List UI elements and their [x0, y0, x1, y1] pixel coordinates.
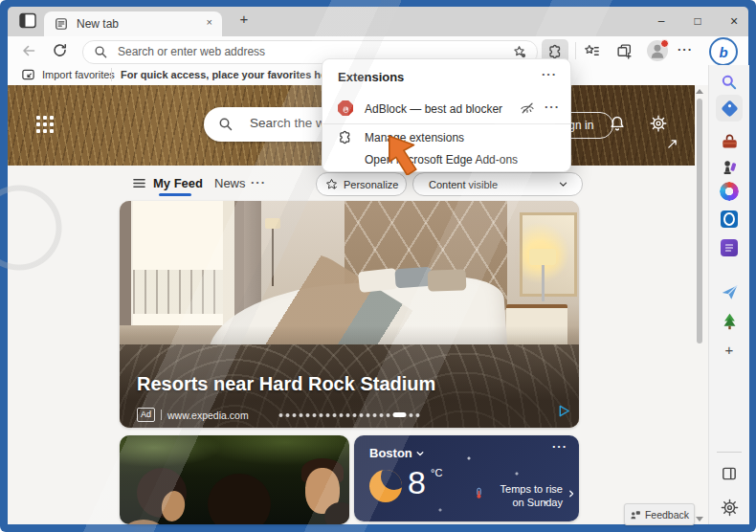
- hero-card-title: Resorts near Hard Rock Stadium: [137, 373, 435, 395]
- carousel-dot[interactable]: [346, 413, 350, 417]
- apps-grid-icon[interactable]: [36, 116, 54, 133]
- adchoices-icon[interactable]: [557, 404, 571, 418]
- thermometer-icon: [473, 487, 485, 499]
- carousel-dot[interactable]: [367, 413, 370, 417]
- favorites-hint: For quick access, place your favorites h…: [121, 69, 323, 80]
- carousel-dot[interactable]: [320, 413, 323, 417]
- new-tab-button[interactable]: +: [234, 11, 254, 32]
- feed-more-icon[interactable]: ···: [251, 175, 266, 189]
- carousel-dot[interactable]: [286, 413, 290, 417]
- settings-more-icon[interactable]: ···: [678, 42, 693, 56]
- profile-avatar[interactable]: [647, 40, 668, 61]
- feedback-label: Feedback: [645, 509, 689, 521]
- manage-extensions-row[interactable]: Manage extensions: [322, 126, 570, 149]
- personalize-button[interactable]: Personalize: [316, 172, 407, 196]
- carousel-dot[interactable]: [340, 413, 344, 417]
- close-button[interactable]: ×: [720, 9, 748, 33]
- feedback-button[interactable]: Feedback: [624, 503, 695, 525]
- carousel-dot[interactable]: [306, 413, 310, 417]
- chevron-down-icon: [558, 179, 568, 189]
- hero-card[interactable]: Resorts near Hard Rock Stadium Ad www.ex…: [120, 201, 579, 428]
- sidebar-toolbox-icon[interactable]: [720, 132, 739, 151]
- adblock-icon: [338, 100, 353, 116]
- content-visible-label: Content visible: [429, 179, 498, 190]
- carousel-dot[interactable]: [373, 413, 377, 417]
- weather-location-chevron-icon[interactable]: [415, 449, 425, 458]
- sidebar-settings-gear-icon[interactable]: [720, 498, 739, 517]
- weather-card[interactable]: Boston ··· 8 °C Temps to rise on Sunday: [354, 435, 579, 521]
- carousel-dot[interactable]: [333, 413, 337, 417]
- weather-unit: °C: [431, 467, 442, 478]
- tab-news[interactable]: News: [214, 176, 246, 190]
- tab-new-tab[interactable]: New tab ×: [44, 11, 222, 36]
- moon-icon: [369, 470, 402, 502]
- carousel-dot[interactable]: [380, 413, 384, 417]
- maximize-button[interactable]: □: [683, 9, 712, 33]
- news-card-soccer[interactable]: [120, 435, 349, 524]
- back-icon[interactable]: [21, 43, 36, 58]
- adblock-row[interactable]: AdBlock — best ad blocker ···: [322, 96, 570, 122]
- weather-more-icon[interactable]: ···: [552, 439, 567, 454]
- carousel-dot[interactable]: [410, 413, 413, 417]
- carousel-dot[interactable]: [416, 413, 420, 417]
- carousel-dot[interactable]: [279, 413, 283, 417]
- adblock-more-icon[interactable]: ···: [545, 100, 560, 114]
- sidebar-divider: [717, 452, 742, 453]
- tab-close-button[interactable]: ×: [207, 16, 212, 28]
- scrollbar-thumb[interactable]: [697, 99, 702, 344]
- feed-menu-icon[interactable]: [132, 176, 146, 190]
- favorites-hub-icon[interactable]: [584, 43, 600, 59]
- minimize-button[interactable]: –: [647, 9, 676, 33]
- profile-notification-dot: [660, 39, 669, 48]
- carousel-dot[interactable]: [353, 413, 357, 417]
- bing-chat-button[interactable]: b: [709, 37, 738, 66]
- weather-location[interactable]: Boston: [369, 446, 412, 460]
- carousel-dot-active[interactable]: [393, 412, 407, 417]
- weather-forecast: Temps to rise on Sunday: [488, 482, 563, 510]
- carousel-dot[interactable]: [387, 413, 390, 417]
- favbar-divider: [111, 68, 112, 81]
- carousel-dots: [279, 412, 420, 417]
- web-search-icon: [218, 117, 233, 132]
- sidebar-microsoft-365-icon[interactable]: [720, 182, 739, 201]
- open-addons-row[interactable]: Open Microsoft Edge Add-ons: [322, 149, 570, 169]
- sidebar-outlook-icon[interactable]: [721, 211, 738, 228]
- expand-banner-icon[interactable]: [666, 138, 678, 150]
- page-settings-gear-icon[interactable]: [650, 115, 667, 132]
- highlight-cursor-arrow-icon: [385, 135, 423, 175]
- tab-my-feed[interactable]: My Feed: [153, 176, 203, 190]
- refresh-icon[interactable]: [52, 42, 68, 58]
- sidebar-split-screen-icon[interactable]: [720, 464, 739, 483]
- sidebar-shopping-icon[interactable]: [721, 100, 738, 117]
- sidebar-tree-icon[interactable]: [720, 311, 739, 330]
- carousel-dot[interactable]: [326, 413, 330, 417]
- address-input[interactable]: [116, 44, 483, 59]
- ad-divider: [161, 410, 162, 420]
- hide-from-toolbar-eye-icon[interactable]: [520, 100, 535, 116]
- weather-next-chevron-icon[interactable]: [567, 489, 576, 499]
- import-favorites-label[interactable]: Import favorites: [42, 69, 115, 80]
- sidebar-add-icon[interactable]: +: [722, 343, 737, 358]
- notifications-bell-icon[interactable]: [609, 115, 626, 132]
- workspaces-icon[interactable]: [19, 12, 36, 29]
- popup-divider: [322, 123, 570, 124]
- scrollbar-down-arrow[interactable]: [696, 517, 703, 521]
- collections-icon[interactable]: [616, 43, 633, 59]
- extensions-popup-more-icon[interactable]: ···: [542, 67, 557, 81]
- ad-badge: Ad: [137, 408, 155, 422]
- personalize-star-icon: [325, 178, 338, 190]
- carousel-dot[interactable]: [360, 413, 364, 417]
- toolbar-divider: [575, 42, 576, 59]
- sidebar-games-icon[interactable]: [720, 157, 739, 176]
- search-icon: [94, 45, 108, 59]
- carousel-dot[interactable]: [293, 413, 297, 417]
- sidebar-drop-icon[interactable]: [720, 282, 739, 301]
- edge-sidebar: +: [708, 65, 749, 524]
- content-visible-dropdown[interactable]: Content visible: [412, 172, 583, 196]
- scrollbar-up-arrow[interactable]: [696, 89, 703, 94]
- sidebar-search-icon[interactable]: [720, 73, 739, 92]
- carousel-dot[interactable]: [300, 413, 303, 417]
- sidebar-notebook-icon[interactable]: [721, 239, 738, 256]
- carousel-dot[interactable]: [313, 413, 317, 417]
- favorites-star-gear-icon[interactable]: [513, 45, 527, 59]
